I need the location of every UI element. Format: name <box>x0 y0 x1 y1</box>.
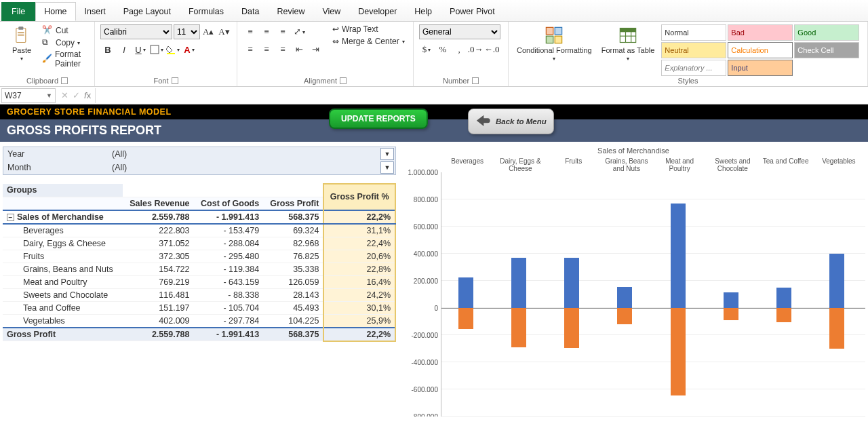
tab-formulas[interactable]: Formulas <box>180 2 233 21</box>
number-format-select[interactable]: General <box>419 24 500 39</box>
table-row[interactable]: Gross Profit 2.559.788 - 1.991.413 568.3… <box>3 328 395 341</box>
chevron-down-icon[interactable]: ▼ <box>46 92 55 99</box>
formula-input[interactable] <box>95 88 868 103</box>
align-middle-icon[interactable]: ≡ <box>259 24 274 39</box>
pivot-table[interactable]: GroupsGross Profit % Sales Revenue Cost … <box>3 183 396 342</box>
align-top-icon[interactable]: ≡ <box>243 24 258 39</box>
tab-data[interactable]: Data <box>233 2 268 21</box>
dialog-launcher-icon[interactable] <box>61 77 68 84</box>
tab-power-pivot[interactable]: Power Pivot <box>441 2 504 21</box>
table-row[interactable]: Fruits 372.305 - 295.480 76.825 20,6% <box>3 250 395 263</box>
tab-home[interactable]: Home <box>35 2 75 21</box>
percent-format-icon[interactable]: % <box>435 42 450 57</box>
style-input[interactable]: Input <box>728 60 793 76</box>
chart[interactable]: Sales of Merchandise BeveragesDairy, Egg… <box>401 147 865 417</box>
align-left-icon[interactable]: ≡ <box>243 42 258 57</box>
chart-bar-revenue[interactable] <box>617 287 632 308</box>
chart-bar-revenue[interactable] <box>511 258 526 308</box>
decrease-indent-icon[interactable]: ⇤ <box>292 42 307 57</box>
wrap-text-button[interactable]: ↩Wrap Text <box>332 24 405 34</box>
increase-font-icon[interactable]: A▴ <box>201 24 216 39</box>
fill-color-button[interactable] <box>165 42 180 57</box>
underline-button[interactable]: U <box>133 42 148 57</box>
font-color-button[interactable]: A <box>182 42 197 57</box>
dialog-launcher-icon[interactable] <box>340 77 347 84</box>
chart-bar-revenue[interactable] <box>458 277 473 308</box>
decrease-font-icon[interactable]: A▾ <box>217 24 231 39</box>
chart-category-label: Vegetables <box>812 157 865 172</box>
report-title-2: GROSS PROFITS REPORT <box>0 119 868 142</box>
chart-bar-cogs[interactable] <box>829 308 844 349</box>
style-good[interactable]: Good <box>794 24 859 41</box>
orientation-icon[interactable]: ⤢ <box>292 24 307 39</box>
tab-insert[interactable]: Insert <box>76 2 115 21</box>
chart-bar-revenue[interactable] <box>564 258 579 308</box>
align-right-icon[interactable]: ≡ <box>275 42 290 57</box>
format-as-table-button[interactable]: Format as Table▾ <box>599 24 658 63</box>
table-row[interactable]: Vegetables 402.009 - 297.784 104.225 25,… <box>3 314 395 328</box>
accounting-format-icon[interactable]: $ <box>419 42 434 57</box>
table-row[interactable]: Meat and Poultry 769.219 - 643.159 126.0… <box>3 275 395 288</box>
increase-indent-icon[interactable]: ⇥ <box>308 42 323 57</box>
dialog-launcher-icon[interactable] <box>472 77 479 84</box>
chart-bar-cogs[interactable] <box>776 308 791 322</box>
font-name-select[interactable]: Calibri <box>100 24 172 39</box>
tab-help[interactable]: Help <box>406 2 441 21</box>
tab-view[interactable]: View <box>313 2 349 21</box>
paste-button[interactable]: Paste ▾ <box>5 24 38 63</box>
italic-button[interactable]: I <box>117 42 132 57</box>
tab-review[interactable]: Review <box>268 2 313 21</box>
chart-bar-revenue[interactable] <box>671 204 686 308</box>
align-center-icon[interactable]: ≡ <box>259 42 274 57</box>
cell-value: 116.481 <box>123 288 194 301</box>
merge-center-button[interactable]: ⇔Merge & Center▾ <box>332 37 405 46</box>
style-check-cell[interactable]: Check Cell <box>794 42 859 58</box>
style-bad[interactable]: Bad <box>728 24 793 41</box>
style-explanatory[interactable]: Explanatory ... <box>661 60 726 76</box>
style-neutral[interactable]: Neutral <box>661 42 726 58</box>
chart-bar-revenue[interactable] <box>829 254 844 308</box>
bold-button[interactable]: B <box>100 42 115 57</box>
cut-label: Cut <box>56 26 68 35</box>
tab-developer[interactable]: Developer <box>349 2 406 21</box>
table-row[interactable]: Tea and Coffee 151.197 - 105.704 45.493 … <box>3 301 395 314</box>
collapse-icon[interactable]: − <box>7 214 14 221</box>
chart-bar-cogs[interactable] <box>511 308 526 347</box>
comma-format-icon[interactable]: , <box>452 42 467 57</box>
table-row[interactable]: −Sales of Merchandise 2.559.788 - 1.991.… <box>3 210 395 224</box>
table-row[interactable]: Dairy, Eggs & Cheese 371.052 - 288.084 8… <box>3 237 395 250</box>
font-size-select[interactable]: 11 <box>174 24 200 39</box>
chart-bar-cogs[interactable] <box>671 308 686 395</box>
conditional-formatting-button[interactable]: Conditional Formatting▾ <box>514 24 595 63</box>
chart-bar-revenue[interactable] <box>724 292 738 308</box>
chart-bar-cogs[interactable] <box>564 308 579 348</box>
align-bottom-icon[interactable]: ≡ <box>275 24 290 39</box>
table-row[interactable]: Grains, Beans and Nuts 154.722 - 119.384… <box>3 263 395 275</box>
style-normal[interactable]: Normal <box>661 24 726 41</box>
update-reports-button[interactable]: UPDATE REPORTS <box>329 109 428 129</box>
filter-year-dropdown[interactable]: ▼ <box>380 148 394 160</box>
name-box[interactable]: W37▼ <box>1 88 56 103</box>
dialog-launcher-icon[interactable] <box>172 77 178 84</box>
chart-bar-cogs[interactable] <box>458 308 473 329</box>
table-row[interactable]: Beverages 222.803 - 153.479 69.324 31,1% <box>3 224 395 237</box>
filter-month-dropdown[interactable]: ▼ <box>380 161 394 174</box>
chart-bar-cogs[interactable] <box>724 308 738 320</box>
fx-icon[interactable]: fx <box>84 90 91 100</box>
tab-file[interactable]: File <box>1 2 35 21</box>
enter-formula-icon[interactable]: ✓ <box>73 90 80 100</box>
cancel-formula-icon[interactable]: ✕ <box>61 90 68 100</box>
borders-button[interactable] <box>149 42 164 57</box>
style-calculation[interactable]: Calculation <box>728 42 793 58</box>
tab-page-layout[interactable]: Page Layout <box>115 2 180 21</box>
copy-button[interactable]: ⧉Copy▾ <box>42 37 89 49</box>
decrease-decimal-icon[interactable]: ←.0 <box>484 42 499 57</box>
chart-bar-cogs[interactable] <box>617 308 632 324</box>
format-painter-button[interactable]: 🖌️Format Painter <box>42 49 89 69</box>
cell-styles-gallery[interactable]: Normal Bad Good Neutral Calculation Chec… <box>661 24 859 76</box>
table-row[interactable]: Sweets and Chocolate 116.481 - 88.338 28… <box>3 288 395 301</box>
back-to-menu-button[interactable]: Back to Menu <box>468 109 554 134</box>
chart-bar-revenue[interactable] <box>776 288 791 308</box>
increase-decimal-icon[interactable]: .0→ <box>468 42 483 57</box>
cut-button[interactable]: ✂️Cut <box>42 24 89 37</box>
